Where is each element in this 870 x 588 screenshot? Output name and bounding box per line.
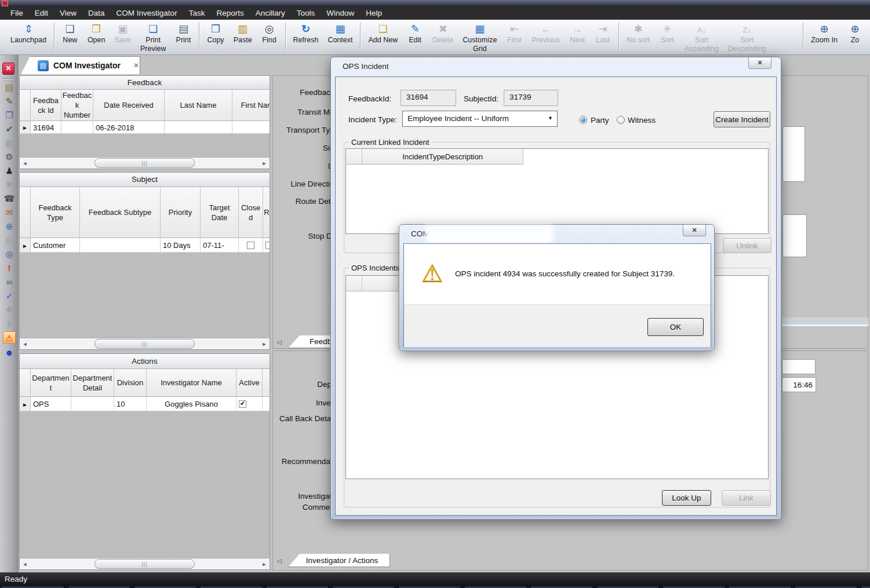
zoom-out-button[interactable]: Zo bbox=[842, 21, 868, 45]
column-header-last-name[interactable]: Last Name bbox=[165, 90, 232, 121]
scroll-left-icon[interactable]: ◄ bbox=[20, 158, 30, 169]
menu-file[interactable]: File bbox=[5, 7, 29, 20]
paste-button[interactable]: Paste bbox=[229, 21, 257, 45]
column-header-target-date[interactable]: Target Date bbox=[201, 187, 239, 238]
warning-icon[interactable]: ⚠ bbox=[3, 331, 16, 344]
scroll-right-icon[interactable]: ► bbox=[259, 558, 270, 569]
column-header-feedback-id[interactable]: Feedback Id bbox=[31, 90, 61, 121]
print-button[interactable]: Print bbox=[170, 21, 196, 45]
new-button[interactable]: New bbox=[57, 21, 83, 45]
table-row[interactable]: OPS 10 Goggles Pisano bbox=[20, 397, 270, 411]
column-header-feedback-subtype[interactable]: Feedback Subtype bbox=[80, 187, 161, 238]
actions-grid-panel: Actions Department Department Detail Div… bbox=[19, 353, 270, 570]
launchpad-button[interactable]: Launchpad bbox=[6, 21, 51, 45]
menu-edit[interactable]: Edit bbox=[29, 7, 54, 20]
active-checkbox[interactable] bbox=[239, 400, 246, 408]
column-header-incident-type-description[interactable]: IncidentTypeDescription bbox=[362, 149, 523, 165]
text-area-fragment[interactable] bbox=[782, 214, 807, 257]
party-radio[interactable] bbox=[579, 116, 587, 124]
closed-checkbox[interactable] bbox=[247, 242, 254, 249]
add-new-button[interactable]: Add New bbox=[363, 21, 402, 45]
column-header-department-detail[interactable]: Department Detail bbox=[71, 369, 114, 397]
print-preview-button[interactable]: PrintPreview bbox=[136, 21, 170, 54]
tab-scroll-left-icon[interactable]: ◁ bbox=[276, 338, 281, 346]
mail-receive-icon[interactable]: ✉ bbox=[3, 206, 16, 218]
scrollbar-thumb[interactable]: ||| bbox=[94, 339, 195, 349]
scroll-right-icon[interactable]: ► bbox=[259, 158, 270, 169]
scroll-left-icon[interactable]: ◄ bbox=[20, 558, 30, 569]
menu-task[interactable]: Task bbox=[183, 7, 211, 20]
column-header-feedback-number[interactable]: Feedback Number bbox=[61, 90, 93, 121]
column-header-closed[interactable]: Closed bbox=[239, 187, 263, 238]
horizontal-scrollbar[interactable]: ◄ ||| ► bbox=[20, 338, 270, 349]
table-row[interactable]: Customer 10 Days 07-11- bbox=[20, 238, 270, 253]
stamp-icon[interactable]: ♟ bbox=[3, 165, 16, 177]
scrollbar-thumb[interactable]: ||| bbox=[94, 158, 195, 168]
tab-scroll-left-icon[interactable]: ◁ bbox=[276, 557, 281, 565]
refresh-button[interactable]: Refresh bbox=[289, 21, 323, 45]
tab-com-investigator[interactable]: ▤ COM Investigator ✕ bbox=[21, 56, 140, 74]
smiley-icon[interactable]: ☻ bbox=[3, 346, 16, 359]
look-up-button[interactable]: Look Up bbox=[662, 490, 711, 506]
copy-button[interactable]: Copy bbox=[202, 21, 228, 45]
zoom-in-button[interactable]: Zoom In bbox=[806, 21, 842, 45]
menu-help[interactable]: Help bbox=[360, 7, 388, 20]
column-header-first-name[interactable]: First Nar bbox=[232, 90, 270, 121]
horizontal-scrollbar[interactable]: ◄ ||| ► bbox=[20, 558, 270, 569]
horizontal-scrollbar[interactable]: ◄ ||| ► bbox=[20, 157, 270, 169]
subject-id-field[interactable]: 31739 bbox=[504, 90, 558, 106]
menu-reports[interactable]: Reports bbox=[210, 7, 249, 20]
context-button[interactable]: Context bbox=[323, 21, 357, 45]
scroll-right-icon[interactable]: ► bbox=[259, 338, 270, 349]
column-header-active[interactable]: Active bbox=[236, 369, 263, 397]
witness-radio[interactable] bbox=[617, 116, 625, 124]
eyeglasses-icon[interactable]: ∞ bbox=[3, 276, 16, 288]
column-header-investigator-name[interactable]: Investigator Name bbox=[147, 369, 236, 397]
incident-type-dropdown[interactable]: Employee Incident -- Uniform ▼ bbox=[402, 111, 558, 127]
menu-com-investigator[interactable]: COM Investigator bbox=[111, 7, 183, 20]
scrollbar-thumb[interactable]: ||| bbox=[94, 559, 195, 569]
menu-view[interactable]: View bbox=[54, 7, 82, 20]
tab-close-icon[interactable]: ✕ bbox=[133, 61, 139, 70]
open-button[interactable]: Open bbox=[83, 21, 110, 45]
table-row[interactable]: 31694 06-26-2018 bbox=[20, 121, 270, 134]
time-field[interactable]: 16:46 bbox=[782, 377, 816, 392]
find-document-icon[interactable]: ◎ bbox=[3, 248, 16, 260]
column-header-division[interactable]: Division bbox=[114, 369, 147, 397]
copy-pages-icon[interactable]: ❐ bbox=[3, 109, 16, 121]
menu-data[interactable]: Data bbox=[82, 7, 111, 20]
menu-ancillary[interactable]: Ancillary bbox=[250, 7, 291, 20]
column-header-r[interactable]: R R bbox=[263, 187, 270, 238]
text-area-fragment[interactable] bbox=[782, 126, 805, 182]
date-field-fragment[interactable] bbox=[782, 359, 816, 374]
create-incident-button[interactable]: Create Incident bbox=[714, 111, 770, 127]
message-box-close-icon[interactable]: ✕ bbox=[683, 225, 706, 236]
linked-incident-grid[interactable]: IncidentTypeDescription bbox=[345, 148, 769, 234]
spell-check-icon[interactable]: ✓ bbox=[3, 290, 16, 302]
column-header-date-received[interactable]: Date Received bbox=[93, 90, 165, 121]
fax-icon[interactable]: ☎ bbox=[3, 192, 16, 204]
menu-window[interactable]: Window bbox=[321, 7, 360, 20]
memo-icon[interactable]: ▤ bbox=[3, 81, 16, 93]
feedback-id-field[interactable]: 31694 bbox=[401, 90, 456, 106]
ok-button[interactable]: OK bbox=[647, 318, 704, 336]
edit-button[interactable]: Edit bbox=[402, 21, 428, 45]
close-icon[interactable]: ✕ bbox=[2, 63, 14, 75]
tab-investigator-actions[interactable]: Investigator / Actions bbox=[288, 554, 390, 567]
compose-icon[interactable]: ✎ bbox=[3, 95, 16, 107]
tools-icon[interactable]: ⚙ bbox=[3, 151, 16, 163]
dialog-close-icon[interactable]: ✕ bbox=[748, 57, 771, 69]
customize-grid-button[interactable]: CustomizeGrid bbox=[458, 21, 501, 54]
context-grid-icon bbox=[335, 22, 345, 36]
approve-icon[interactable]: ✔ bbox=[3, 123, 16, 135]
find-button[interactable]: Find bbox=[257, 21, 282, 45]
toolbar-separator bbox=[618, 23, 619, 51]
scroll-left-icon[interactable]: ◄ bbox=[20, 338, 30, 349]
r-checkbox[interactable] bbox=[265, 242, 270, 249]
web-document-icon[interactable]: ⊕ bbox=[3, 220, 16, 232]
column-header-feedback-type[interactable]: Feedback Type bbox=[31, 187, 80, 238]
column-header-priority[interactable]: Priority bbox=[161, 187, 201, 238]
column-header-department[interactable]: Department bbox=[31, 369, 71, 397]
alert-document-icon[interactable]: ! bbox=[3, 262, 16, 274]
menu-tools[interactable]: Tools bbox=[291, 7, 321, 20]
